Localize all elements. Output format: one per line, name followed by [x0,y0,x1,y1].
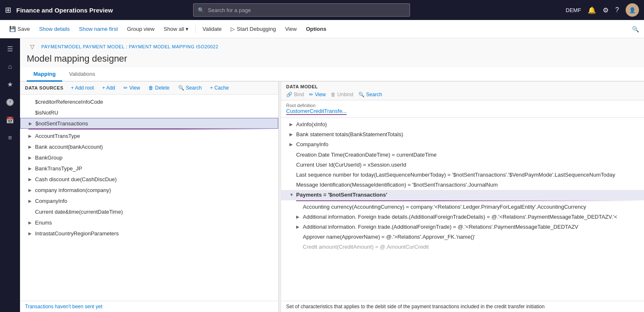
right-tree-item-payments[interactable]: ▼ Payments = '$notSentTransactions' [281,190,644,200]
hamburger-icon[interactable]: ☰ [4,42,16,56]
right-panel-title: DATA MODEL [286,84,639,89]
search-ds-icon: 🔍 [178,85,184,91]
cmd-search-icon[interactable]: 🔍 [632,26,639,32]
tab-mapping[interactable]: Mapping [27,67,62,82]
tree-item[interactable]: ▶ Cash discount due(CashDiscDue) [20,174,278,185]
app-title: Finance and Operations Preview [16,7,113,14]
search-action[interactable]: 🔍 Search [358,92,382,97]
search-right-icon: 🔍 [358,92,365,97]
right-tree-item[interactable]: ▶ CompanyInfo [281,140,644,150]
validate-button[interactable]: Validate [198,24,226,34]
help-icon[interactable]: ? [615,6,619,14]
save-icon: 💾 [9,26,16,32]
star-icon[interactable]: ★ [4,77,16,92]
chevron-icon: ▶ [28,220,35,225]
list-icon[interactable]: ≡ [5,131,15,145]
options-button[interactable]: Options [302,24,330,34]
tree-item-notsenttransactions[interactable]: ▶ $notSentTransactions [20,118,278,129]
chevron-icon: ▶ [28,188,35,192]
show-name-first-button[interactable]: Show name first [75,24,122,34]
tree-item[interactable]: ▶ company information(company) [20,185,278,195]
left-status-text: Transactions haven't been sent yet [25,304,102,310]
right-panel: DATA MODEL 🔗 Bind ✏ View 🗑 Unbind [281,82,644,312]
page-title: Model mapping designer [27,53,637,64]
right-status-text: Set of characteristics that applies to t… [286,304,545,310]
view-ds-button[interactable]: ✏ View [121,84,143,92]
show-all-button[interactable]: Show all ▾ [159,24,193,34]
right-tree-item[interactable]: Last sequence number for today(LastSeque… [281,170,644,180]
right-panel-header: DATA MODEL 🔗 Bind ✏ View 🗑 Unbind [281,82,644,100]
notification-icon[interactable]: 🔔 [588,6,596,14]
tree-item[interactable]: ▶ CompanyInfo [20,195,278,206]
home-icon[interactable]: ⌂ [5,60,15,74]
add-root-button[interactable]: + Add root [68,84,96,92]
group-view-button[interactable]: Group view [123,24,159,34]
breadcrumb-area: ▽ PAYMENTMODEL PAYMENT MODEL : PAYMENT M… [20,38,644,67]
chevron-icon: ▶ [28,177,35,182]
chevron-icon: ▶ [28,199,35,203]
debug-icon: ▷ [231,26,235,32]
tree-item[interactable]: $isNotRU [20,107,278,118]
start-debugging-button[interactable]: ▷ Start Debugging [226,24,280,34]
right-tree-item[interactable]: Message Identification(MessageIdentifica… [281,180,644,190]
side-icons: ☰ ⌂ ★ 🕐 📅 ≡ [0,38,20,312]
trash-icon: 🗑 [148,85,153,91]
right-tree-item[interactable]: ▶ Additional information. Foreign trade … [281,212,644,222]
delete-button[interactable]: 🗑 Delete [146,84,172,92]
tree-item[interactable]: Current date&time(currentDateTime) [20,206,278,217]
left-tree: $creditorReferenceInfoCode $isNotRU ▶ $n… [20,95,278,301]
underline-bar [28,129,278,130]
right-tree-item[interactable]: Creation Date Time(CreationDateTime) = c… [281,150,644,160]
tree-item[interactable]: $creditorReferenceInfoCode [20,96,278,107]
right-tree: ▶ AxInfo(xInfo) ▶ Bank statement totals(… [281,118,644,301]
view-button[interactable]: View [281,24,301,34]
view-action[interactable]: ✏ View [309,92,326,97]
show-details-button[interactable]: Show details [35,24,74,34]
tree-item[interactable]: ▶ BankGroup [20,152,278,163]
add-button[interactable]: + Add [100,84,118,92]
content-area: ▽ PAYMENTMODEL PAYMENT MODEL : PAYMENT M… [20,38,644,312]
unbind-action[interactable]: 🗑 Unbind [331,92,353,97]
tree-item[interactable]: ▶ Bank account(bankAccount) [20,141,278,152]
username-label: DEMF [566,7,581,13]
search-input[interactable] [208,7,405,13]
chevron-icon: ▶ [28,231,35,236]
recent-icon[interactable]: 🕐 [3,95,18,110]
root-def-value: CustomerCreditTransfe... [286,108,347,115]
payments-underline [296,200,644,201]
chevron-icon: ▶ [296,213,303,220]
settings-icon[interactable]: ⚙ [603,6,609,14]
bind-action[interactable]: 🔗 Bind [286,92,304,97]
right-tree-item[interactable]: Accounting currency(AccountingCurrency) … [281,202,644,212]
tree-item[interactable]: ▶ AccountTransType [20,130,278,141]
right-tree-item[interactable]: ▶ Bank statement totals(BankStatementTot… [281,130,644,140]
right-tree-item[interactable]: Current User Id(CurUserId) = xSession.us… [281,160,644,170]
unlink-icon: 🗑 [331,92,336,97]
top-nav-right: DEMF 🔔 ⚙ ? 👤 [566,3,639,17]
tree-item[interactable]: ▶ IntrastatCountryRegionParameters [20,228,278,239]
cache-button[interactable]: + Cache [208,84,231,92]
right-tree-item[interactable]: ▶ Additional information. Foreign trade.… [281,222,644,232]
filter-icon[interactable]: ▽ [27,42,38,52]
left-status-bar: Transactions haven't been sent yet [20,301,278,312]
chevron-icon: ▶ [289,131,296,137]
avatar[interactable]: 👤 [626,3,639,17]
save-button[interactable]: 💾 Save [5,24,34,34]
tree-item[interactable]: ▶ BankTransType_JP [20,163,278,174]
calendar-icon[interactable]: 📅 [3,113,18,127]
search-ds-button[interactable]: 🔍 Search [176,84,204,92]
search-bar[interactable]: 🔍 [193,3,410,17]
chevron-icon: ▶ [289,141,296,147]
right-tree-item[interactable]: Approver name(ApproverName) = @.'>Relati… [281,232,644,242]
right-tree-item[interactable]: ▶ AxInfo(xInfo) [281,120,644,130]
chevron-icon: ▶ [289,121,296,127]
pencil-icon: ✏ [123,85,128,91]
tab-validations[interactable]: Validations [62,67,102,82]
right-tree-item[interactable]: Credit amount(CreditAmount) = @.AmountCu… [281,242,644,252]
split-panel: DATA SOURCES + Add root + Add ✏ View 🗑 D… [20,82,644,312]
chevron-icon: ▶ [28,145,35,149]
left-panel-header: DATA SOURCES + Add root + Add ✏ View 🗑 D… [20,82,278,95]
link-icon: 🔗 [286,92,292,97]
grid-icon[interactable]: ⊞ [5,5,11,15]
tree-item[interactable]: ▶ Enums [20,217,278,228]
